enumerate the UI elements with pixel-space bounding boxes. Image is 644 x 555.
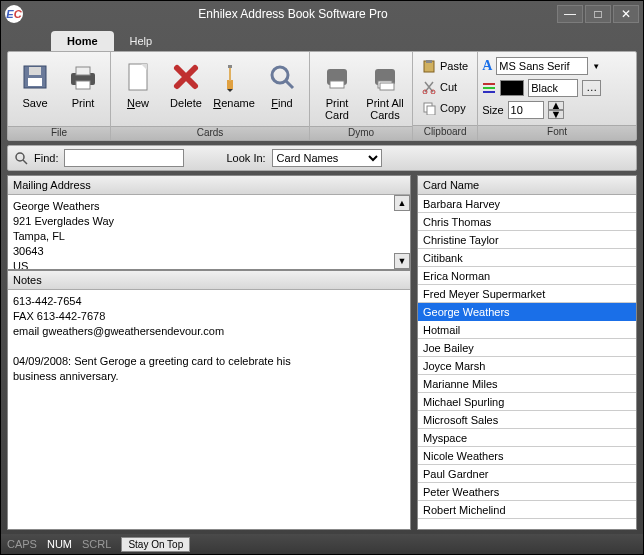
svg-rect-11: [228, 65, 232, 68]
paste-button[interactable]: Paste: [417, 56, 473, 76]
svg-rect-18: [380, 83, 394, 90]
font-size-input[interactable]: [508, 101, 544, 119]
save-icon: [19, 57, 51, 97]
svg-rect-15: [330, 81, 344, 88]
svg-point-12: [272, 67, 288, 83]
list-item[interactable]: Microsoft Sales: [418, 411, 636, 429]
list-item[interactable]: Michael Spurling: [418, 393, 636, 411]
lookin-label: Look In:: [226, 152, 265, 164]
notes-line: 04/09/2008: Sent Geroge a greeting card …: [13, 354, 405, 369]
notes-line: email gweathers@gweathersendevour.com: [13, 324, 405, 339]
color-swatch[interactable]: [500, 80, 524, 96]
svg-point-28: [16, 153, 24, 161]
print-all-cards-button[interactable]: Print All Cards: [362, 54, 408, 124]
find-icon: [266, 57, 298, 97]
address-body[interactable]: George Weathers921 Everglades WayTampa, …: [8, 195, 410, 269]
svg-rect-4: [76, 67, 90, 75]
font-color-input[interactable]: [528, 79, 578, 97]
left-pane: Mailing Address George Weathers921 Everg…: [7, 175, 411, 530]
group-dymo: Print Card Print All Cards Dymo: [310, 52, 413, 140]
svg-rect-2: [29, 67, 41, 75]
scroll-up-button[interactable]: ▲: [394, 195, 410, 211]
svg-rect-8: [227, 80, 233, 89]
list-item[interactable]: Joe Bailey: [418, 339, 636, 357]
svg-rect-1: [28, 78, 42, 86]
print-button[interactable]: Print: [60, 54, 106, 124]
list-item[interactable]: Robert Michelind: [418, 501, 636, 519]
dymo-all-icon: [369, 57, 401, 97]
scroll-down-button[interactable]: ▼: [394, 253, 410, 269]
group-clipboard: Paste Cut Copy Clipboard: [413, 52, 478, 140]
rename-icon: [218, 57, 250, 97]
tab-home[interactable]: Home: [51, 31, 114, 51]
address-panel: Mailing Address George Weathers921 Everg…: [7, 175, 411, 270]
print-card-button[interactable]: Print Card: [314, 54, 360, 124]
notes-line: [13, 339, 405, 354]
content: Mailing Address George Weathers921 Everg…: [1, 175, 643, 534]
svg-marker-10: [227, 89, 233, 92]
group-font: A ▼ … Size ▲▼ Font: [478, 52, 636, 140]
maximize-button[interactable]: □: [585, 5, 611, 23]
window-controls: — □ ✕: [557, 5, 639, 23]
findbar: Find: Look In: Card Names: [7, 145, 637, 171]
cut-button[interactable]: Cut: [417, 77, 462, 97]
paste-icon: [422, 59, 436, 73]
list-item[interactable]: Barbara Harvey: [418, 195, 636, 213]
dymo-icon: [321, 57, 353, 97]
copy-icon: [422, 101, 436, 115]
notes-line: FAX 613-442-7678: [13, 309, 405, 324]
svg-rect-24: [427, 106, 435, 115]
svg-line-13: [286, 81, 293, 88]
address-title: Mailing Address: [8, 176, 410, 195]
font-a-icon: A: [482, 58, 492, 74]
notes-title: Notes: [8, 271, 410, 290]
list-item[interactable]: Christine Taylor: [418, 231, 636, 249]
ribbon: Save Print File New Delete: [7, 51, 637, 141]
list-item[interactable]: Marianne Miles: [418, 375, 636, 393]
search-icon: [14, 151, 28, 165]
list-item[interactable]: George Weathers: [418, 303, 636, 321]
rename-button[interactable]: Rename: [211, 54, 257, 124]
window: EC Enhilex Address Book Software Pro — □…: [0, 0, 644, 555]
list-item[interactable]: Myspace: [418, 429, 636, 447]
delete-button[interactable]: Delete: [163, 54, 209, 124]
find-input[interactable]: [64, 149, 184, 167]
group-file: Save Print File: [8, 52, 111, 140]
font-more-button[interactable]: …: [582, 80, 601, 96]
new-button[interactable]: New: [115, 54, 161, 124]
close-button[interactable]: ✕: [613, 5, 639, 23]
statusbar: CAPS NUM SCRL Stay On Top: [1, 534, 643, 554]
svg-line-29: [23, 160, 27, 164]
window-title: Enhilex Address Book Software Pro: [29, 7, 557, 21]
list-item[interactable]: Paul Gardner: [418, 465, 636, 483]
titlebar: EC Enhilex Address Book Software Pro — □…: [1, 1, 643, 27]
stay-on-top-button[interactable]: Stay On Top: [121, 537, 190, 552]
list-item[interactable]: Nicole Weathers: [418, 447, 636, 465]
color-lines-icon: [482, 81, 496, 95]
list-item[interactable]: Hotmail: [418, 321, 636, 339]
font-name-input[interactable]: [496, 57, 588, 75]
minimize-button[interactable]: —: [557, 5, 583, 23]
num-indicator: NUM: [47, 538, 72, 550]
notes-body[interactable]: 613-442-7654FAX 613-442-7678email gweath…: [8, 290, 410, 529]
list-item[interactable]: Peter Weathers: [418, 483, 636, 501]
list-item[interactable]: Erica Norman: [418, 267, 636, 285]
notes-line: business anniversary.: [13, 369, 405, 384]
size-label: Size: [482, 104, 503, 116]
copy-button[interactable]: Copy: [417, 98, 471, 118]
cardlist-header[interactable]: Card Name: [418, 176, 636, 195]
list-item[interactable]: Chris Thomas: [418, 213, 636, 231]
save-button[interactable]: Save: [12, 54, 58, 124]
svg-rect-5: [76, 81, 90, 89]
size-down-button[interactable]: ▼: [548, 110, 565, 119]
lookin-select[interactable]: Card Names: [272, 149, 382, 167]
svg-rect-20: [426, 60, 432, 63]
find-button[interactable]: Find: [259, 54, 305, 124]
list-item[interactable]: Citibank: [418, 249, 636, 267]
list-item[interactable]: Joyce Marsh: [418, 357, 636, 375]
address-line: George Weathers: [13, 199, 405, 214]
ribbon-tabs: Home Help: [1, 27, 643, 51]
card-list: Card Name Barbara HarveyChris ThomasChri…: [417, 175, 637, 530]
tab-help[interactable]: Help: [114, 31, 169, 51]
list-item[interactable]: Fred Meyer Supermarket: [418, 285, 636, 303]
